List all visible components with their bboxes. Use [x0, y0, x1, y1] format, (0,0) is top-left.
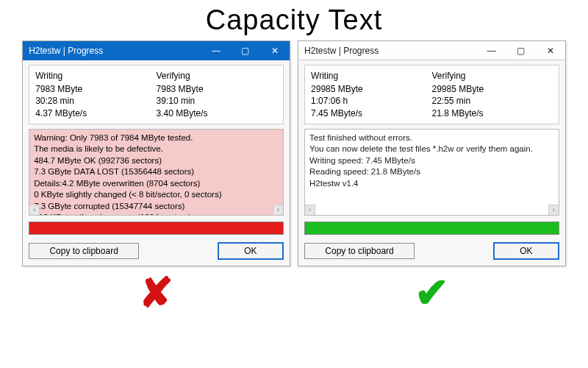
stats-panel: Writing 7983 MByte 30:28 min 4.37 MByte/… [29, 65, 284, 124]
copy-to-clipboard-button[interactable]: Copy to clipboard [29, 243, 139, 259]
scroll-right-icon[interactable]: › [548, 205, 559, 215]
verifying-column: Verifying 7983 MByte 39:10 min 3.40 MByt… [157, 70, 277, 119]
scroll-right-icon[interactable]: › [273, 205, 283, 215]
verifying-speed: 3.40 MByte/s [157, 107, 277, 119]
verifying-label: Verifying [431, 70, 552, 82]
log-line: H2testw v1.4 [309, 178, 554, 190]
verifying-bytes: 29985 MByte [431, 83, 552, 95]
log-line: Warning: Only 7983 of 7984 MByte tested. [34, 132, 279, 144]
scroll-left-icon[interactable]: ‹ [29, 205, 40, 215]
writing-column: Writing 29985 MByte 1:07:06 h 7.45 MByte… [311, 70, 431, 119]
minimize-button[interactable]: — [201, 41, 231, 60]
page-title: Capacity Text [0, 4, 588, 36]
log-line: 0 KByte slightly changed (< 8 bit/sector… [34, 189, 279, 201]
log-panel[interactable]: Test finished without errors. You can no… [304, 129, 559, 216]
writing-bytes: 29985 MByte [311, 83, 431, 95]
log-line: 484.7 MByte OK (992736 sectors) [34, 155, 279, 167]
maximize-button[interactable]: ▢ [231, 41, 260, 60]
maximize-button[interactable]: ▢ [506, 41, 536, 60]
titlebar-left: H2testw | Progress — ▢ ✕ [23, 41, 290, 60]
writing-label: Writing [311, 70, 431, 82]
log-line: 7.3 GByte DATA LOST (15356448 sectors) [34, 166, 279, 178]
verifying-time: 22:55 min [431, 95, 552, 107]
copy-to-clipboard-button[interactable]: Copy to clipboard [304, 243, 415, 259]
log-line: You can now delete the test files *.h2w … [309, 144, 554, 155]
writing-bytes: 7983 MByte [35, 83, 156, 95]
stats-panel: Writing 29985 MByte 1:07:06 h 7.45 MByte… [304, 65, 559, 124]
log-panel[interactable]: Warning: Only 7983 of 7984 MByte tested.… [29, 129, 284, 216]
writing-time: 30:28 min [35, 95, 156, 107]
writing-speed: 7.45 MByte/s [311, 107, 431, 119]
verifying-speed: 21.8 MByte/s [431, 107, 552, 119]
progress-bar [29, 222, 284, 235]
log-line: Test finished without errors. [309, 132, 554, 144]
ok-button[interactable]: OK [218, 242, 284, 260]
close-button[interactable]: ✕ [536, 41, 565, 60]
verifying-bytes: 7983 MByte [157, 83, 277, 95]
pass-mark-icon: ✔ [415, 272, 449, 314]
titlebar-right: H2testw | Progress — ▢ ✕ [298, 41, 565, 60]
progress-fill [305, 222, 559, 234]
writing-column: Writing 7983 MByte 30:28 min 4.37 MByte/… [35, 70, 156, 119]
close-button[interactable]: ✕ [260, 41, 290, 60]
log-line: Writing speed: 7.45 MByte/s [309, 155, 554, 167]
log-line: Reading speed: 21.8 MByte/s [309, 166, 554, 178]
writing-speed: 4.37 MByte/s [35, 107, 156, 119]
progress-bar [304, 222, 559, 235]
verifying-time: 39:10 min [157, 95, 277, 107]
minimize-button[interactable]: — [477, 41, 506, 60]
log-line: 7.3 GByte corrupted (15347744 sectors) [34, 201, 279, 213]
log-line: The media is likely to be defective. [34, 144, 279, 155]
writing-label: Writing [35, 70, 156, 82]
log-line: Details:4.2 MByte overwritten (8704 sect… [34, 178, 279, 190]
verifying-label: Verifying [157, 70, 277, 82]
writing-time: 1:07:06 h [311, 95, 431, 107]
progress-fill [29, 222, 283, 234]
scroll-left-icon[interactable]: ‹ [305, 205, 315, 215]
verifying-column: Verifying 29985 MByte 22:55 min 21.8 MBy… [431, 70, 552, 119]
log-line: 512 KByte aliased memory (1024 sectors) [34, 212, 279, 215]
window-right: H2testw | Progress — ▢ ✕ Writing 29985 M… [298, 40, 566, 266]
window-left: H2testw | Progress — ▢ ✕ Writing 7983 MB… [22, 40, 290, 266]
window-title: H2testw | Progress [29, 46, 103, 56]
fail-mark-icon: ✘ [139, 272, 173, 314]
ok-button[interactable]: OK [493, 242, 559, 260]
window-title: H2testw | Progress [304, 46, 379, 56]
